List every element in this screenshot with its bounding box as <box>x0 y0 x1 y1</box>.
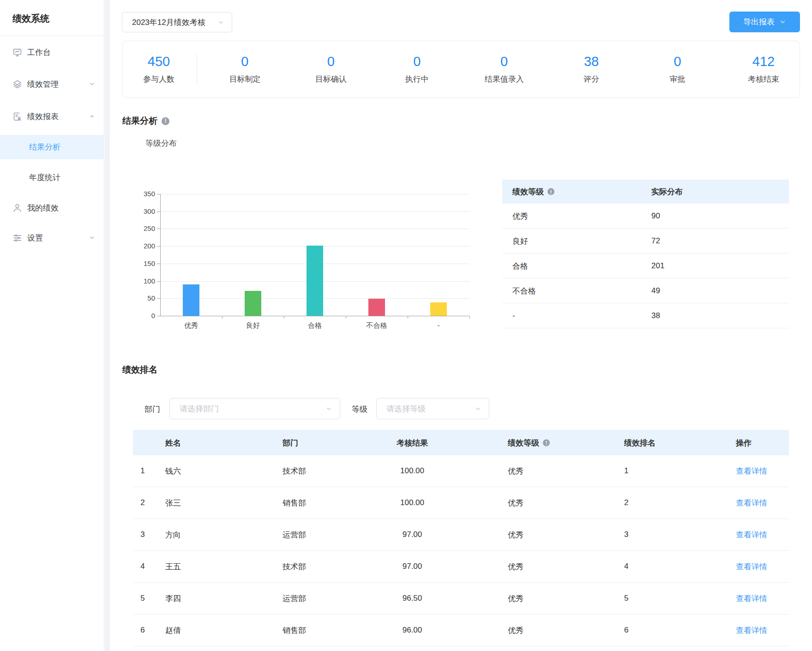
export-report-button[interactable]: 导出报表 <box>729 12 800 32</box>
sidebar-item-settings[interactable]: 设置 <box>0 223 104 253</box>
stats-divider <box>197 54 197 84</box>
info-icon[interactable]: ! <box>162 117 169 125</box>
distribution-count: 90 <box>651 211 660 221</box>
view-details-link[interactable]: 查看详情 <box>736 498 767 508</box>
grade-filter-placeholder: 请选择等级 <box>386 404 426 414</box>
distribution-header-grade-label: 绩效等级 <box>512 187 544 197</box>
info-icon[interactable]: ! <box>543 439 550 446</box>
row-index: 1 <box>137 466 149 476</box>
sidebar-item-label: 绩效报表 <box>27 111 59 122</box>
stat-item: 0审批 <box>659 54 696 84</box>
distribution-grade: - <box>512 311 515 320</box>
chart-y-tick <box>157 316 160 316</box>
chart-gridline <box>160 298 469 299</box>
chart-bar <box>368 299 385 316</box>
ranking-header-rank: 绩效排名 <box>624 437 656 448</box>
view-details-link[interactable]: 查看详情 <box>736 530 767 540</box>
chart-x-tick <box>346 316 346 319</box>
performance-grade: 优秀 <box>508 593 523 604</box>
ranking-header-dept: 部门 <box>283 437 298 448</box>
export-report-label: 导出报表 <box>743 17 775 27</box>
stat-value: 0 <box>226 54 263 69</box>
sidebar-item-perf-management[interactable]: 绩效管理 <box>0 69 104 99</box>
stat-item: 412考核结束 <box>745 54 782 84</box>
chart-bar <box>307 246 323 316</box>
performance-rank: 6 <box>624 626 628 635</box>
section-title-result-analysis: 结果分析 ! <box>122 115 169 127</box>
employee-dept: 运营部 <box>283 530 306 540</box>
chart-y-label: 0 <box>127 312 155 320</box>
chart-gridline <box>160 264 469 264</box>
page: 绩效系统 工作台 绩效管理 绩效报表 结果分析 年度统计 我的绩效 <box>0 0 812 651</box>
chart-y-label: 200 <box>127 242 155 250</box>
employee-dept: 销售部 <box>283 498 306 508</box>
performance-rank: 2 <box>624 498 628 507</box>
report-icon <box>12 112 22 121</box>
layout-gutter <box>105 0 110 651</box>
sidebar-item-my-performance[interactable]: 我的绩效 <box>0 193 104 223</box>
stat-label: 目标确认 <box>313 74 349 84</box>
view-details-link[interactable]: 查看详情 <box>736 561 767 572</box>
distribution-grade: 合格 <box>512 260 528 271</box>
dept-filter-select[interactable]: 请选择部门 <box>169 398 340 419</box>
row-index: 5 <box>137 594 149 603</box>
distribution-count: 49 <box>651 286 660 295</box>
layers-icon <box>12 79 22 89</box>
section-title-ranking: 绩效排名 <box>122 364 157 376</box>
sidebar-item-label: 工作台 <box>27 47 51 58</box>
employee-name: 钱六 <box>165 466 181 476</box>
chevron-down-icon <box>217 19 224 26</box>
chart-gridline <box>160 246 469 247</box>
sidebar-divider <box>0 36 104 36</box>
chart-y-tick <box>157 298 160 299</box>
chevron-down-icon <box>325 405 332 412</box>
view-details-link[interactable]: 查看详情 <box>736 625 767 636</box>
table-row: 2张三销售部100.00优秀2查看详情 <box>133 487 789 519</box>
sidebar-item-label: 绩效管理 <box>27 79 59 90</box>
row-index: 6 <box>137 626 149 635</box>
chart-y-tick <box>157 211 160 212</box>
distribution-count: 38 <box>651 311 660 320</box>
stat-label: 考核结束 <box>745 74 782 84</box>
chart-x-label: - <box>408 321 469 329</box>
grade-filter-select[interactable]: 请选择等级 <box>376 398 489 419</box>
info-icon[interactable]: ! <box>547 188 554 195</box>
performance-grade: 优秀 <box>508 561 523 572</box>
sidebar: 绩效系统 工作台 绩效管理 绩效报表 结果分析 年度统计 我的绩效 <box>0 0 104 651</box>
stat-value: 0 <box>398 54 435 69</box>
period-select[interactable]: 2023年12月绩效考核 <box>122 12 232 32</box>
stat-value: 38 <box>573 54 610 69</box>
table-row: 1钱六技术部100.00优秀1查看详情 <box>133 455 789 487</box>
chevron-up-icon <box>89 113 95 120</box>
chevron-down-icon <box>475 405 481 412</box>
chart-bar <box>245 291 261 316</box>
dashboard-icon <box>12 48 22 57</box>
sidebar-subitem-annual-stats[interactable]: 年度统计 <box>0 165 104 190</box>
chart-x-label: 合格 <box>284 321 346 330</box>
distribution-row: 优秀90 <box>502 204 789 229</box>
ranking-table: 姓名 部门 考核结果 绩效等级 ! 绩效排名 操作 1钱六技术部100.00优秀… <box>133 430 789 646</box>
sidebar-subitem-result-analysis[interactable]: 结果分析 <box>0 135 104 159</box>
view-details-link[interactable]: 查看详情 <box>736 466 767 476</box>
sidebar-item-perf-report[interactable]: 绩效报表 <box>0 101 104 132</box>
chart-gridline <box>160 194 469 194</box>
chart-y-label: 100 <box>127 277 155 285</box>
chart-x-label: 优秀 <box>160 321 222 330</box>
ranking-header-name: 姓名 <box>165 437 181 448</box>
result-analysis-title: 结果分析 <box>122 115 157 127</box>
dept-filter-placeholder: 请选择部门 <box>180 404 219 414</box>
chart-gridline <box>160 229 469 229</box>
stat-item: 0目标确认 <box>313 54 349 84</box>
stat-item: 0目标制定 <box>226 54 263 84</box>
performance-rank: 5 <box>624 594 628 603</box>
sidebar-item-workbench[interactable]: 工作台 <box>0 37 104 67</box>
stat-item: 0执行中 <box>398 54 435 84</box>
employee-dept: 运营部 <box>283 593 306 604</box>
ranking-header-grade: 绩效等级 ! <box>508 437 550 448</box>
performance-rank: 3 <box>624 530 628 539</box>
stat-value: 0 <box>485 54 524 69</box>
stat-label: 审批 <box>659 74 696 84</box>
stat-item: 0结果值录入 <box>485 54 524 84</box>
view-details-link[interactable]: 查看详情 <box>736 593 767 604</box>
assessment-score: 96.00 <box>373 626 451 635</box>
